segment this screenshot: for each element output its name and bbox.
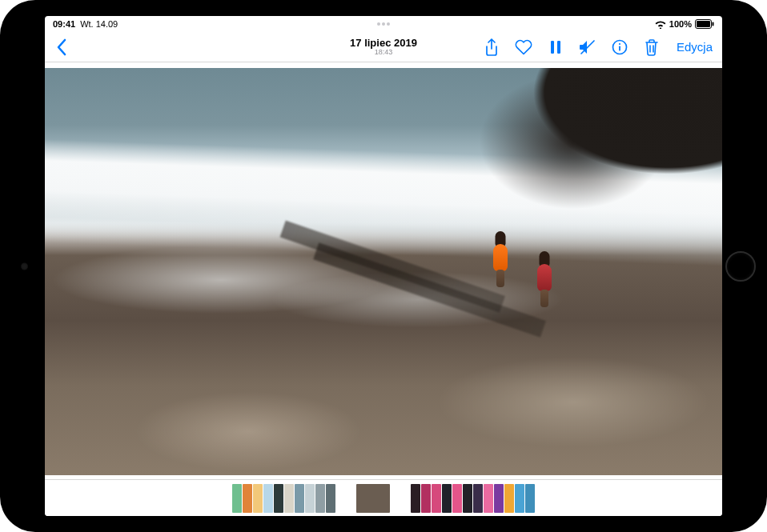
- thumbnail[interactable]: [515, 484, 524, 513]
- thumbnail[interactable]: [473, 484, 483, 513]
- info-button[interactable]: [609, 35, 630, 59]
- photo-date: 17 lipiec 2019: [350, 37, 417, 48]
- svg-rect-1: [697, 21, 710, 27]
- front-camera: [21, 262, 28, 270]
- thumbnail[interactable]: [232, 484, 242, 513]
- favorite-button[interactable]: [513, 35, 534, 59]
- thumbnail[interactable]: [315, 484, 325, 513]
- wifi-icon: [655, 20, 666, 29]
- thumbnail-strip[interactable]: [45, 479, 722, 516]
- pause-button[interactable]: [545, 35, 566, 59]
- svg-rect-3: [551, 41, 554, 54]
- multitasking-dots[interactable]: [377, 22, 390, 26]
- nav-title: 17 lipiec 2019 18:43: [350, 37, 417, 56]
- thumbnail[interactable]: [452, 484, 462, 513]
- svg-point-6: [619, 42, 620, 44]
- status-bar: 09:41 Wt. 14.09 100%: [45, 16, 722, 32]
- photo-viewer[interactable]: [45, 62, 722, 479]
- edit-button[interactable]: Edycja: [673, 40, 716, 54]
- photo-content: [45, 68, 722, 475]
- mute-button[interactable]: [577, 35, 598, 59]
- thumbnail[interactable]: [411, 484, 420, 513]
- svg-rect-4: [557, 41, 560, 54]
- thumbnail-current[interactable]: [356, 484, 390, 513]
- thumbnail[interactable]: [525, 484, 535, 513]
- thumbnail[interactable]: [263, 484, 273, 513]
- thumbnail[interactable]: [243, 484, 252, 513]
- photo-figure: [532, 251, 556, 309]
- status-time: 09:41: [53, 19, 75, 29]
- home-button[interactable]: [725, 251, 756, 282]
- photo-figure: [488, 231, 512, 289]
- status-date: Wt. 14.09: [80, 19, 118, 29]
- thumbnail[interactable]: [432, 484, 441, 513]
- thumbnail[interactable]: [326, 484, 335, 513]
- ipad-device-frame: 09:41 Wt. 14.09 100%: [0, 0, 767, 532]
- thumbnail[interactable]: [253, 484, 263, 513]
- nav-bar: 17 lipiec 2019 18:43: [45, 32, 722, 62]
- delete-button[interactable]: [641, 35, 662, 59]
- svg-rect-2: [713, 22, 714, 26]
- thumbnail[interactable]: [305, 484, 315, 513]
- thumbnail[interactable]: [295, 484, 304, 513]
- battery-percent: 100%: [669, 19, 692, 29]
- thumbnail[interactable]: [494, 484, 504, 513]
- thumbnail[interactable]: [463, 484, 472, 513]
- screen: 09:41 Wt. 14.09 100%: [45, 16, 722, 516]
- thumbnail[interactable]: [504, 484, 514, 513]
- back-button[interactable]: [51, 35, 72, 59]
- thumbnail[interactable]: [484, 484, 493, 513]
- svg-rect-7: [619, 46, 620, 50]
- thumbnail[interactable]: [284, 484, 294, 513]
- thumbnail[interactable]: [421, 484, 431, 513]
- thumbnail[interactable]: [274, 484, 283, 513]
- thumbnail[interactable]: [442, 484, 452, 513]
- photo-time: 18:43: [350, 49, 417, 57]
- battery-icon: [695, 19, 714, 29]
- share-button[interactable]: [481, 35, 502, 59]
